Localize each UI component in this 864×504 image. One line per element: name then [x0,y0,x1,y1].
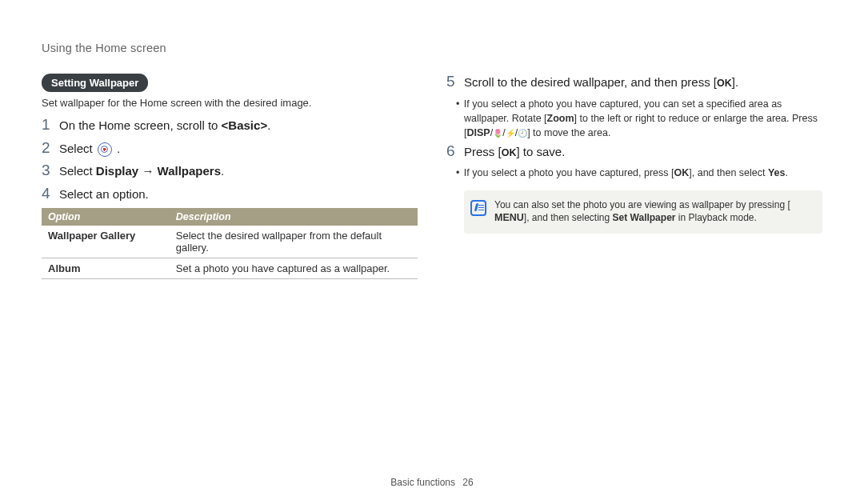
menu-button-label: MENU [494,211,524,226]
step-number: 6 [446,143,464,158]
footer-section: Basic functions [390,477,455,488]
step-number: 2 [42,140,59,155]
section-intro: Set wallpaper for the Home screen with t… [42,97,418,109]
note-icon [470,200,486,216]
step-text: Scroll to the desired wallpaper, and the… [464,74,738,92]
step: 2Select . [42,140,418,158]
step-text: Select . [59,140,120,158]
step: 3Select Display → Wallpapers. [42,162,418,181]
content-columns: Setting Wallpaper Set wallpaper for the … [42,74,822,279]
note-box: You can also set the photo you are viewi… [464,190,822,234]
step: 1On the Home screen, scroll to <Basic>. [42,117,418,135]
step-number: 1 [42,117,59,132]
step-text: Select Display → Wallpapers. [59,162,224,181]
option-name: Wallpaper Gallery [42,226,170,258]
page-footer: Basic functions 26 [0,477,864,488]
step-sub: If you select a photo you have captured,… [464,166,822,180]
page-header: Using the Home screen [42,42,822,54]
nav-glyph-icon: ⚡ [506,129,515,138]
right-column: 5Scroll to the desired wallpaper, and th… [446,74,822,279]
table-row: AlbumSet a photo you have captured as a … [42,258,418,279]
left-column: Setting Wallpaper Set wallpaper for the … [42,74,418,279]
footer-page-number: 26 [462,477,473,488]
nav-glyph-icon: 🌷 [493,129,502,138]
note-text: You can also set the photo you are viewi… [494,198,813,226]
section-title: Setting Wallpaper [42,74,148,92]
wallpaper-target-icon [98,142,112,157]
step-text: Press [OK] to save. [464,143,565,162]
option-name: Album [42,258,170,279]
ok-button-label: OK [717,76,732,91]
table-header-description: Description [170,208,418,226]
table-header-option: Option [42,208,170,226]
step: 4Select an option. [42,186,418,204]
step-number: 4 [42,186,59,201]
ok-button-label: OK [502,146,517,161]
step-number: 3 [42,162,59,178]
step: 6Press [OK] to save. [446,143,822,162]
option-desc: Select the desired wallpaper from the de… [170,226,418,258]
nav-glyph-icon: 🕘 [518,129,527,138]
disp-button-label: DISP [466,126,490,140]
table-row: Wallpaper GallerySelect the desired wall… [42,226,418,258]
options-table: Option Description Wallpaper GallerySele… [42,208,418,279]
ok-button-label: OK [674,166,690,180]
step-sub: If you select a photo you have captured,… [464,97,822,140]
step-number: 5 [446,74,464,89]
option-desc: Set a photo you have captured as a wallp… [170,258,418,279]
step-text: On the Home screen, scroll to <Basic>. [59,117,270,135]
step-text: Select an option. [59,186,149,204]
step: 5Scroll to the desired wallpaper, and th… [446,74,822,92]
